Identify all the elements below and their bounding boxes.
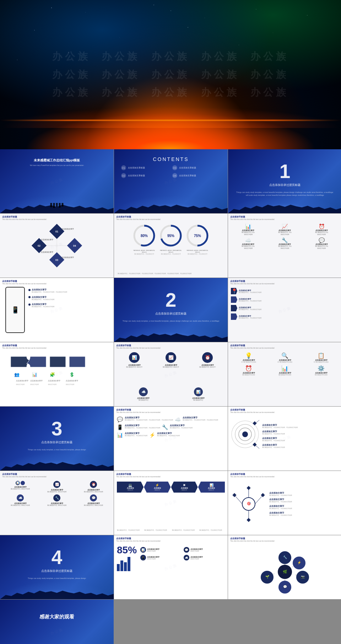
slide-12[interactable]: 点击添加节标题 This click this click this click…: [228, 342, 341, 406]
svg-rect-49: [247, 486, 250, 490]
slide-06-label: 点击添加节标题 This click this click this click…: [230, 215, 275, 220]
phone-item-1: 点击添加文章字 我们都是好学生，可以添加文字说明，可以添加文字说明: [28, 289, 111, 293]
bar-icon-1: 📊 点击添加文章字 添加文字说明: [140, 547, 182, 553]
slide-14[interactable]: 点击添加节标题 This click this click this click…: [114, 407, 228, 471]
svg-rect-41: [253, 421, 256, 425]
dark-circle-1: 📊 点击添加文章字 我们都是好学生,添加文字: [117, 352, 152, 368]
circle-chart-3: 75%: [186, 224, 209, 247]
slide-03[interactable]: 1 点击添加目录过渡页标题 Things can study study tem…: [228, 149, 341, 213]
section-number-3: 3: [0, 417, 114, 440]
hero-watermark: 办公族 办公族 办公族 办公族 办公族 办公族 办公族 办公族 办公族 办公族 …: [0, 0, 341, 149]
arrow-item-1: 📍 点击添加文章字 我们都是好学生，可以添加文字说明: [231, 288, 339, 294]
slide-05[interactable]: 点击添加节标题 This click this click this click…: [114, 214, 228, 278]
contents-grid: 01 点击添加文章标题 03 点击添加文章标题 02 点击添加文章标题 04 点…: [121, 165, 221, 178]
icon-item-3: ⏰ 点击添加文章字 我们都是好学生,可以添加文字说明: [304, 224, 339, 235]
slide-15[interactable]: 点击添加节标题 This click this click this click…: [228, 407, 341, 471]
slide-22[interactable]: 感谢大家的观看 办公族: [0, 600, 114, 644]
svg-line-48: [255, 495, 263, 504]
svg-text:添加文字说明: 添加文字说明: [30, 383, 39, 385]
slides-grid: 未来感霜城工作总结汇报ppt模板 We have many PowerPoint…: [0, 149, 341, 644]
section-subtitle-4: Things can study study template, a most …: [7, 577, 107, 580]
slide-08[interactable]: 2 点击添加目录过渡页标题 Things can study study tem…: [114, 278, 228, 342]
star-field: [0, 0, 341, 149]
slide-09[interactable]: 点击添加节标题 This click this click this click…: [228, 278, 341, 342]
svg-line-69: [274, 574, 274, 574]
svg-text:💬: 💬: [283, 585, 287, 589]
radial-item-3: ⏰ 点击添加文章字 我们都是好学生,添加文字说明: [76, 481, 111, 493]
slide-04-label: 点击添加节标题 This click this click this click…: [2, 215, 47, 220]
percentage-display: 85%: [117, 545, 137, 555]
dark-circle-5: 📊 点击添加文章字 我们都是好学生: [172, 387, 225, 401]
section-subtitle-1: Things can study study template, a most …: [235, 191, 335, 197]
slide-01[interactable]: 未来感霜城工作总结汇报ppt模板 We have many PowerPoint…: [0, 149, 114, 213]
slide-16[interactable]: 点击添加节标题 This click this click this click…: [0, 471, 114, 535]
svg-text:点击添加文章字: 点击添加文章字: [61, 256, 74, 258]
section-number-4: 4: [0, 546, 114, 569]
slide-14-label: 点击添加节标题 This click this click this click…: [116, 408, 161, 413]
slide-18[interactable]: 点击添加节标题 This click this click this click…: [228, 471, 341, 535]
slide-04[interactable]: 点击添加节标题 This click this click this click…: [0, 214, 114, 278]
slide-06[interactable]: 点击添加节标题 This click this click this click…: [228, 214, 341, 278]
slide-02[interactable]: CONTENTS 01 点击添加文章标题 03 点击添加文章标题 02 点击添加…: [114, 149, 228, 213]
slide-13[interactable]: 3 点击添加目录过渡页标题 Things can study study tem…: [0, 407, 114, 471]
slide-15-label: 点击添加节标题 This click this click this click…: [230, 408, 275, 413]
contents-title: CONTENTS: [114, 156, 228, 162]
slide-10[interactable]: 点击添加节标题 This click this click this click…: [0, 342, 114, 406]
svg-text:📊: 📊: [32, 372, 37, 377]
slide-07-label: 点击添加节标题 This click this click this click…: [2, 280, 47, 285]
contents-item-04: 04 点击添加文章标题: [172, 173, 221, 178]
section-number-2: 2: [114, 289, 228, 311]
pin-item-2: 🔍 点击添加文章字 02 我们都是好学生添加: [268, 352, 302, 363]
bar-icon-2: 💬 点击添加文章字 添加文字说明: [184, 547, 225, 553]
slide-12-label: 点击添加节标题 This click this click this click…: [230, 344, 275, 349]
svg-text:点击添加文章字: 点击添加文章字: [41, 238, 53, 241]
hub-item-1: 点击添加文章字 我们都是好学生，可以添加文字说明: [269, 492, 339, 497]
svg-text:点击添加文章字: 点击添加文章字: [16, 380, 28, 382]
circle-chart-2: 95%: [159, 224, 183, 247]
circle-chart-1: 80%: [133, 224, 156, 247]
pin-item-5: 📊 点击添加文章字 我们都是好学生添加: [268, 365, 302, 376]
section-number-1: 1: [228, 160, 341, 183]
svg-text:💲: 💲: [69, 372, 75, 377]
bar-icon-4: ☁️ 点击添加文章字 添加文字说明: [184, 555, 225, 560]
slide-22-watermark: 办公族: [0, 600, 114, 644]
icon-item-1: 📊 点击添加文章字 我们都是好学生,可以添加文字说明: [231, 224, 265, 235]
slide-01-subtitle: We have many PowerPoint templates that y…: [0, 165, 114, 167]
svg-text:04: 04: [73, 245, 76, 247]
target-item-1: 点击添加文章字 我们都是好学生，可以添加文字说明，可以添加文字说明: [262, 424, 339, 429]
svg-text:⚡: ⚡: [297, 560, 302, 565]
slide-11[interactable]: 点击添加节标题 This click this click this click…: [114, 342, 228, 406]
svg-text:添加文字说明: 添加文字说明: [66, 383, 74, 385]
target-diagram: [231, 417, 259, 456]
svg-text:添加文字说明: 添加文字说明: [16, 383, 25, 385]
svg-text:01: 01: [55, 230, 58, 233]
svg-text:75%: 75%: [194, 234, 201, 238]
process-step-2: ⚡ 点击添加 添加文字: [144, 482, 170, 493]
slide-21[interactable]: 点击添加节标题 This click this click this click…: [228, 535, 341, 599]
hub-diagram: 🎯: [231, 481, 266, 527]
bar-icon-3: 📱 点击添加文章字 添加文字说明: [140, 555, 182, 560]
slide-20[interactable]: 点击添加节标题 This click this click this click…: [114, 535, 228, 599]
slide-18-label: 点击添加节标题 This click this click this click…: [230, 473, 275, 478]
svg-text:95%: 95%: [167, 234, 174, 238]
svg-text:点击添加文章字: 点击添加文章字: [48, 380, 60, 382]
slide-19[interactable]: 4 点击添加目录过渡页标题 Things can study study tem…: [0, 535, 114, 599]
target-item-4: 点击添加文章字 我们都是好学生，可以添加文字说明: [262, 444, 339, 449]
svg-text:🧩: 🧩: [50, 372, 55, 377]
slide-17[interactable]: 点击添加节标题 This click this click this click…: [114, 471, 228, 535]
section-subtitle-3: Things can study study template, a most …: [7, 449, 107, 451]
table-row-3: 📊 点击添加文章字 我们都是好学生，可以添加文字说明 ⚡ 点击添加文章字 我们都…: [117, 432, 225, 438]
dark-circle-2: 📈 点击添加文章字 我们都是好学生,添加文字: [153, 352, 188, 368]
table-row-2: 📱 点击添加文章字 我们都是好学生，可以添加文字说明，可以添加文字说明 🔧 点击…: [117, 424, 225, 430]
hub-item-2: 点击添加文章字 我们都是好学生，可以添加文字说明: [269, 498, 339, 503]
svg-text:🎯: 🎯: [247, 501, 251, 506]
phone-item-2: 点击添加文章字 我们都是好学生，可以添加文字说明: [28, 296, 111, 301]
section-title-3: 点击添加目录过渡页标题: [7, 440, 107, 445]
flower-diagram: 🌿 🔧 ⚡ 📷 💬 🌱: [253, 545, 317, 595]
section-title-1: 点击添加目录过渡页标题: [235, 183, 335, 187]
slide-07[interactable]: 点击添加节标题 This click this click this click…: [0, 278, 114, 342]
slide-05-label: 点击添加节标题 This click this click this click…: [116, 215, 161, 220]
icon-item-2: 📈 点击添加文章字 我们都是好学生,可以添加文字说明: [267, 224, 302, 235]
svg-line-63: [296, 575, 296, 575]
slide-14-watermark: 办公族: [114, 407, 228, 471]
